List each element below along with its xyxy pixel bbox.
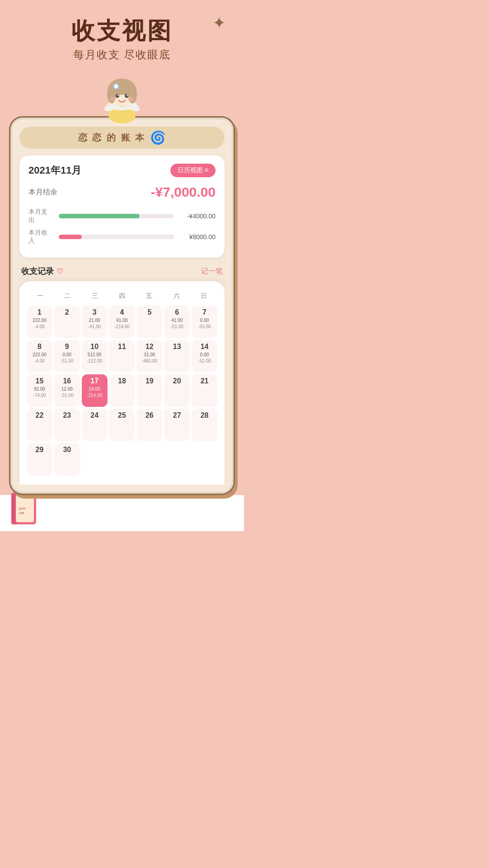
- add-record-button[interactable]: 记一笔: [201, 267, 223, 276]
- calendar-cell[interactable]: 23: [54, 409, 80, 441]
- expense-row: 本月支出 -¥4000.00: [28, 208, 216, 224]
- heart-icon: ♡: [56, 267, 63, 276]
- weekday-mon: 一: [27, 290, 54, 302]
- record-section: 收支记录 ♡ 记一笔: [19, 266, 225, 277]
- svg-point-12: [125, 94, 128, 98]
- weekday-fri: 五: [136, 290, 163, 302]
- calendar-cell[interactable]: 1612.00-31.00: [54, 374, 80, 407]
- calendar-cell[interactable]: 321.00-41.00: [82, 306, 108, 338]
- income-row: 本月收入 ¥8000.00: [28, 229, 216, 245]
- svg-point-11: [116, 94, 119, 98]
- calendar-cell[interactable]: 22: [27, 409, 52, 441]
- sparkle-decoration: ✦: [212, 14, 226, 33]
- svg-text:nal: nal: [19, 511, 24, 515]
- calendar-cell[interactable]: 1592.00-74.00: [27, 374, 52, 407]
- calendar-cell[interactable]: 1222.00-4.00: [27, 306, 52, 338]
- calendar-cell[interactable]: 1231.00-460.00: [136, 340, 162, 373]
- calendar-cell[interactable]: 21: [192, 374, 217, 407]
- income-amount: ¥8000.00: [179, 233, 216, 241]
- svg-point-15: [110, 97, 117, 101]
- calendar-cell[interactable]: 11: [109, 340, 135, 373]
- calendar-cell[interactable]: 29: [27, 443, 52, 476]
- expense-label: 本月支出: [28, 208, 53, 224]
- weekday-tue: 二: [54, 290, 81, 302]
- calendar-cell[interactable]: 25: [109, 409, 135, 441]
- character-area: [0, 66, 244, 125]
- balance-label: 本月结余: [28, 188, 57, 197]
- income-progress-fill: [59, 235, 82, 239]
- month-label: 2021年11月: [28, 164, 81, 177]
- income-progress-bar: [59, 235, 174, 239]
- balance-amount: -¥7,000.00: [151, 184, 216, 200]
- sun-icon: 🌀: [150, 130, 166, 145]
- income-label: 本月收入: [28, 229, 53, 245]
- bottom-area: jour nal: [0, 495, 244, 531]
- expense-progress-fill: [59, 214, 140, 218]
- svg-point-13: [117, 94, 119, 96]
- calendar-cell[interactable]: 2: [54, 306, 80, 338]
- calendar-cell[interactable]: 24: [82, 409, 108, 441]
- month-card-header: 2021年11月 日历视图 ≡: [28, 164, 216, 177]
- character-illustration: [93, 66, 151, 125]
- calendar-cell[interactable]: 28: [192, 409, 217, 441]
- calendar-cell[interactable]: 70.00-53.00: [192, 306, 217, 338]
- calendar-cell[interactable]: 13: [164, 340, 190, 373]
- calendar-cell[interactable]: 27: [164, 409, 190, 441]
- weekday-wed: 三: [81, 290, 108, 302]
- record-title: 收支记录 ♡: [21, 266, 63, 277]
- weekday-sun: 日: [190, 290, 217, 302]
- calendar-view-button[interactable]: 日历视图 ≡: [170, 164, 216, 177]
- calendar-cell[interactable]: 90.00-51.50: [54, 340, 80, 373]
- svg-point-16: [127, 97, 134, 101]
- calendar-cell[interactable]: 20: [164, 374, 190, 407]
- app-name-banner: 恋 恋 的 账 本 🌀: [19, 127, 225, 149]
- calendar-cell[interactable]: 5: [136, 306, 162, 338]
- calendar-cell[interactable]: 641.00-51.00: [164, 306, 190, 338]
- calendar-cell[interactable]: 8222.00-4.00: [27, 340, 52, 373]
- svg-text:jour: jour: [19, 506, 26, 510]
- main-title: 收支视图: [9, 18, 235, 44]
- journal-book-icon: jour nal: [9, 491, 41, 527]
- calendar-cell[interactable]: 19: [136, 374, 162, 407]
- calendar-cell[interactable]: 18: [109, 374, 135, 407]
- calendar-section: 一 二 三 四 五 六 日 1222.00-4.002321.00-41.004…: [19, 281, 225, 485]
- calendar-cell[interactable]: 140.00-52.00: [192, 340, 217, 373]
- calendar-cell[interactable]: 30: [54, 443, 80, 476]
- calendar-grid: 1222.00-4.002321.00-41.00461.00-214.0056…: [27, 306, 217, 476]
- sub-title: 每月收支 尽收眼底: [9, 47, 235, 62]
- calendar-weekdays: 一 二 三 四 五 六 日: [27, 290, 217, 302]
- calendar-cell[interactable]: 26: [136, 409, 162, 441]
- page-wrapper: ✦ 收支视图 每月收支 尽收眼底: [0, 0, 244, 531]
- expense-amount: -¥4000.00: [179, 212, 216, 220]
- calendar-cell[interactable]: 461.00-214.00: [109, 306, 135, 338]
- weekday-thu: 四: [108, 290, 136, 302]
- header-section: ✦ 收支视图 每月收支 尽收眼底: [0, 0, 244, 62]
- notebook-container: 恋 恋 的 账 本 🌀 2021年11月 日历视图 ≡ 本月结余 -¥7,000…: [9, 116, 235, 495]
- calendar-cell[interactable]: 10512.00-122.00: [82, 340, 108, 373]
- app-name-text: 恋 恋 的 账 本: [78, 132, 145, 144]
- svg-point-14: [127, 94, 128, 96]
- weekday-sat: 六: [163, 290, 190, 302]
- month-card: 2021年11月 日历视图 ≡ 本月结余 -¥7,000.00 本月支出 -¥4…: [19, 156, 225, 258]
- calendar-cell[interactable]: 1724.00-214.00: [82, 374, 108, 407]
- balance-row: 本月结余 -¥7,000.00: [28, 184, 216, 200]
- svg-point-10: [114, 85, 118, 88]
- expense-progress-bar: [59, 214, 174, 218]
